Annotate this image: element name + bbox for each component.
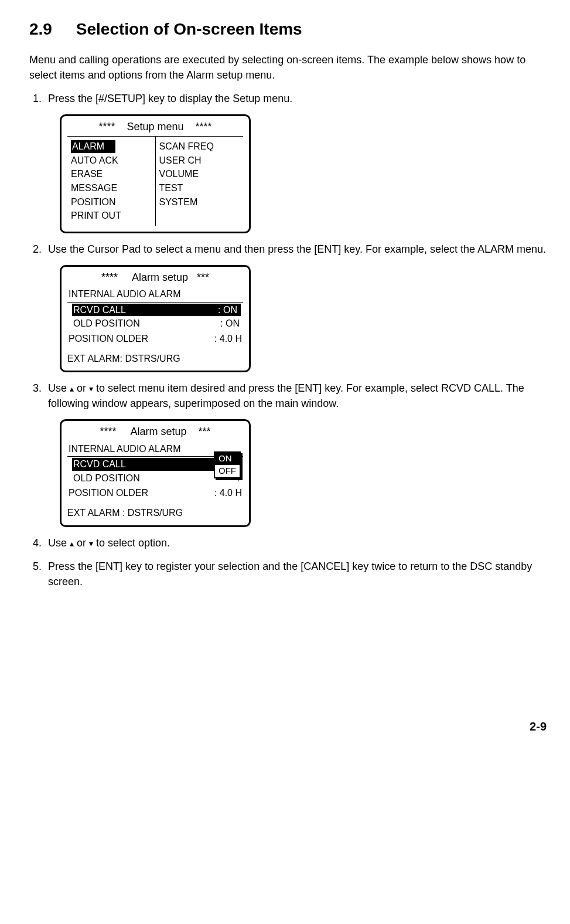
menu-item-test[interactable]: TEST: [159, 182, 240, 195]
menu-item-message[interactable]: MESSAGE: [71, 182, 152, 195]
alarm-row-label: OLD POSITION: [73, 472, 237, 485]
menu-item-user-ch[interactable]: USER CH: [159, 154, 240, 167]
up-arrow-icon: ▴: [70, 539, 74, 548]
step-2: Use the Cursor Pad to select a menu and …: [45, 242, 547, 372]
alarm-row-position-older[interactable]: POSITION OLDER : 4.0 H: [67, 487, 243, 500]
menu-item-scan-freq[interactable]: SCAN FREQ: [159, 140, 240, 153]
alarm-row-old-position[interactable]: OLD POSITION : ON: [72, 317, 241, 330]
step-4-text-c: to select option.: [93, 537, 170, 549]
step-4-text-a: Use: [48, 537, 70, 549]
menu-item-erase[interactable]: ERASE: [71, 168, 152, 181]
alarm-setup-popup-screen: **** Alarm setup *** INTERNAL AUDIO ALAR…: [60, 419, 251, 526]
setup-menu-right-col: SCAN FREQ USER CH VOLUME TEST SYSTEM: [156, 137, 244, 226]
alarm-internal-header: INTERNAL AUDIO ALARM: [67, 287, 243, 303]
step-1-text: Press the [#/SETUP] key to display the S…: [48, 93, 292, 104]
alarm-row-label: RCVD CALL: [73, 304, 218, 317]
alarm-row-value: : ON: [220, 317, 240, 330]
option-on[interactable]: ON: [215, 453, 240, 465]
option-popup: ON OFF: [214, 451, 241, 478]
menu-item-system[interactable]: SYSTEM: [159, 196, 240, 209]
alarm-row-label: POSITION OLDER: [69, 487, 214, 500]
menu-item-auto-ack[interactable]: AUTO ACK: [71, 154, 152, 167]
alarm-row-value: : 4.0 H: [214, 332, 242, 345]
setup-menu-screen: **** Setup menu **** ALARM AUTO ACK ERAS…: [60, 114, 251, 233]
option-off[interactable]: OFF: [215, 465, 240, 477]
menu-item-print-out[interactable]: PRINT OUT: [71, 209, 152, 222]
step-list: Press the [#/SETUP] key to display the S…: [29, 91, 547, 589]
step-1: Press the [#/SETUP] key to display the S…: [45, 91, 547, 233]
step-3-text-a: Use: [48, 382, 70, 394]
menu-item-alarm[interactable]: ALARM: [71, 140, 115, 153]
section-title-text: Selection of On-screen Items: [76, 20, 302, 38]
step-4: Use ▴ or ▾ to select option.: [45, 535, 547, 551]
alarm-row-position-older[interactable]: POSITION OLDER : 4.0 H: [67, 332, 243, 345]
step-4-text-b: or: [74, 537, 89, 549]
section-number: 2.9: [29, 18, 71, 42]
step-2-text: Use the Cursor Pad to select a menu and …: [48, 243, 546, 255]
alarm-row-label: OLD POSITION: [73, 317, 220, 330]
alarm-ext-line: EXT ALARM : DSTRS/URG: [67, 507, 243, 519]
section-heading: 2.9 Selection of On-screen Items: [29, 18, 547, 42]
alarm-row-rcvd-call[interactable]: RCVD CALL : ON: [72, 304, 241, 317]
page-number: 2-9: [29, 718, 547, 735]
step-3-text-c: to select menu item desired and press th…: [48, 382, 524, 409]
step-3-text-b: or: [74, 382, 89, 394]
alarm-row-value: : 4.0 H: [214, 487, 242, 500]
alarm-ext-line: EXT ALARM: DSTRS/URG: [67, 352, 243, 365]
setup-menu-title: **** Setup menu ****: [67, 120, 243, 134]
alarm-setup-screen: **** Alarm setup *** INTERNAL AUDIO ALAR…: [60, 265, 251, 372]
alarm-setup-popup-title: **** Alarm setup ***: [67, 424, 243, 439]
step-5-text: Press the [ENT] key to register your sel…: [48, 560, 532, 587]
down-arrow-icon: ▾: [89, 384, 93, 393]
menu-item-position[interactable]: POSITION: [71, 196, 152, 209]
step-5: Press the [ENT] key to register your sel…: [45, 559, 547, 589]
step-3: Use ▴ or ▾ to select menu item desired a…: [45, 381, 547, 526]
down-arrow-icon: ▾: [89, 539, 93, 548]
up-arrow-icon: ▴: [70, 384, 74, 393]
menu-item-volume[interactable]: VOLUME: [159, 168, 240, 181]
alarm-row-label: POSITION OLDER: [69, 332, 214, 345]
setup-menu-left-col: ALARM AUTO ACK ERASE MESSAGE POSITION PR…: [67, 137, 155, 226]
intro-paragraph: Menu and calling operations are executed…: [29, 52, 547, 83]
alarm-row-label: RCVD CALL: [73, 458, 235, 471]
alarm-row-value: : ON: [218, 304, 237, 317]
alarm-setup-title: **** Alarm setup ***: [67, 270, 243, 284]
